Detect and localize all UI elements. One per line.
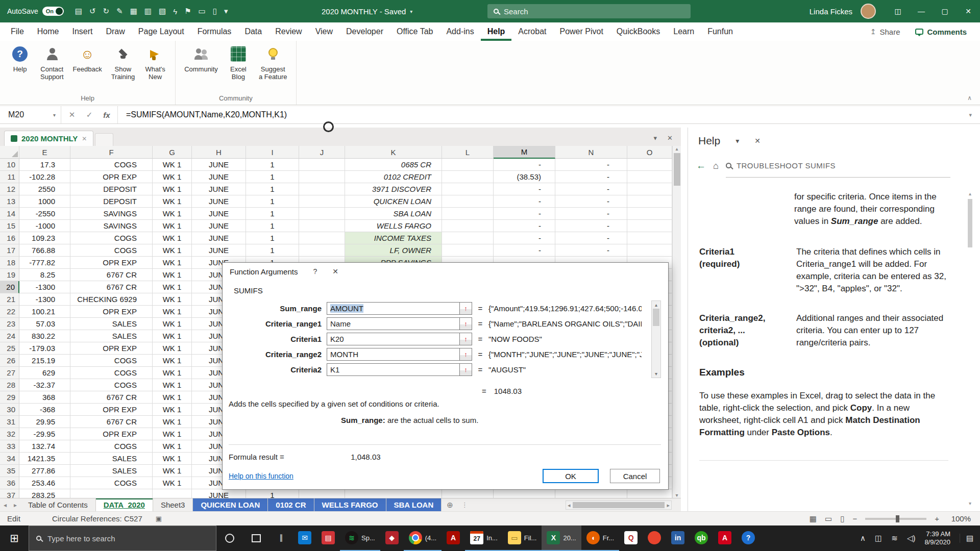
scrollbar-thumb[interactable] <box>653 309 659 326</box>
select-all-corner[interactable] <box>0 146 19 159</box>
row-header[interactable]: 28 <box>0 379 19 391</box>
taskbar-app[interactable]: in <box>666 525 690 551</box>
document-title[interactable]: 2020 MONTHLY - Saved ▾ <box>322 0 412 22</box>
normal-view-icon[interactable]: ▦ <box>810 514 817 523</box>
row-header[interactable]: 30 <box>0 404 19 416</box>
cell[interactable]: - <box>555 232 627 244</box>
cell[interactable]: - <box>555 159 627 171</box>
column-header[interactable]: G <box>153 146 192 159</box>
cell[interactable] <box>345 489 442 498</box>
cell[interactable]: 283.25 <box>19 489 70 498</box>
cell[interactable]: SBA LOAN <box>345 208 442 220</box>
cell[interactable]: 109.23 <box>19 232 70 244</box>
cell[interactable]: WK 1 <box>153 183 192 195</box>
cell[interactable]: 1 <box>246 195 299 208</box>
cell[interactable]: OPR EXP <box>70 428 153 440</box>
cell[interactable]: 6767 CR <box>70 416 153 428</box>
cell[interactable] <box>627 195 672 208</box>
sheet-tab[interactable]: WELLS FARGO <box>314 498 386 511</box>
cell[interactable]: WK 1 <box>153 318 192 330</box>
row-header[interactable]: 19 <box>0 269 19 281</box>
cell[interactable]: 1000 <box>19 195 70 208</box>
ribbon-tab[interactable]: QuickBooks <box>610 22 667 41</box>
cell[interactable]: WK 1 <box>153 428 192 440</box>
taskbar-search[interactable]: Type here to search <box>29 525 216 551</box>
cell[interactable]: WK 1 <box>153 416 192 428</box>
row-header[interactable]: 25 <box>0 342 19 355</box>
row-header[interactable]: 31 <box>0 416 19 428</box>
row-header[interactable]: 33 <box>0 440 19 453</box>
argument-input[interactable]: Name <box>327 317 460 330</box>
cell[interactable] <box>627 232 672 244</box>
ribbon-tab[interactable]: Power Pivot <box>553 22 609 41</box>
row-header[interactable]: 13 <box>0 195 19 208</box>
cell[interactable]: 6767 CR <box>70 269 153 281</box>
cell[interactable] <box>299 208 345 220</box>
row-header[interactable]: 23 <box>0 318 19 330</box>
row-header[interactable]: 18 <box>0 257 19 269</box>
autosave-toggle[interactable]: AutoSave On <box>0 7 64 16</box>
ribbon-button[interactable]: Community <box>180 42 223 74</box>
new-sheet-button[interactable]: ⊕ <box>447 500 453 510</box>
name-box[interactable]: M20 ▾ <box>0 106 61 123</box>
cell[interactable]: WK 1 <box>153 208 192 220</box>
cell[interactable] <box>299 195 345 208</box>
cell[interactable]: -32.37 <box>19 379 70 391</box>
scroll-up-icon[interactable]: ▴ <box>675 146 678 152</box>
help-scrollbar[interactable]: ▴ ▾ <box>966 191 974 506</box>
cell[interactable]: 29.95 <box>19 416 70 428</box>
dialog-scrollbar[interactable]: ▴ ▾ <box>651 300 661 378</box>
cell[interactable] <box>299 244 345 257</box>
close-button[interactable]: ✕ <box>957 0 980 22</box>
cell[interactable]: WK 1 <box>153 440 192 453</box>
cell[interactable]: JUNE <box>192 183 246 195</box>
cell[interactable] <box>627 159 672 171</box>
sheet-tab[interactable]: 0102 CR <box>268 498 314 511</box>
status-message[interactable]: Circular References: C527 <box>52 514 142 523</box>
enter-icon[interactable]: ✓ <box>81 110 98 119</box>
sheet-tab[interactable]: DATA_2020 <box>96 498 153 511</box>
scrollbar-thumb[interactable] <box>968 199 972 247</box>
cell[interactable]: JUNE <box>192 195 246 208</box>
cell[interactable]: 766.88 <box>19 244 70 257</box>
collapse-ribbon-icon[interactable]: ∧ <box>967 94 972 102</box>
cell[interactable]: OPR EXP <box>70 342 153 355</box>
row-header[interactable]: 15 <box>0 220 19 232</box>
sheet-tab[interactable]: SBA LOAN <box>386 498 442 511</box>
scroll-up-icon[interactable]: ▴ <box>969 191 971 196</box>
cell[interactable]: 57.03 <box>19 318 70 330</box>
cell[interactable] <box>442 183 494 195</box>
ribbon-tab[interactable]: Help <box>481 22 512 41</box>
ribbon-tab[interactable]: Home <box>31 22 66 41</box>
cell[interactable]: WK 1 <box>153 232 192 244</box>
ribbon-tab[interactable]: View <box>309 22 339 41</box>
row-header[interactable]: 35 <box>0 465 19 477</box>
office-tab-close-icon[interactable]: ✕ <box>667 134 673 142</box>
cell[interactable]: JUNE <box>192 159 246 171</box>
redo-icon[interactable]: ↻ <box>103 7 109 16</box>
cell[interactable]: 368 <box>19 391 70 404</box>
table-icon[interactable]: ▦ <box>130 7 137 16</box>
cell[interactable]: JUNE <box>192 244 246 257</box>
ribbon-button[interactable]: Suggest a Feature <box>254 42 292 82</box>
restore-button[interactable]: ▢ <box>933 0 957 22</box>
sheet-tab[interactable]: Table of Contents <box>20 498 96 511</box>
quick-analysis-icon[interactable]: ϟ <box>173 7 177 16</box>
formula-input[interactable]: =SUMIFS(AMOUNT,Name,K20,MONTH,K1) <box>118 110 287 119</box>
cell[interactable]: 132.74 <box>19 440 70 453</box>
cell[interactable]: JUNE <box>192 489 246 498</box>
row-header[interactable]: 34 <box>0 453 19 465</box>
cell[interactable]: 100.21 <box>19 306 70 318</box>
cell[interactable]: WK 1 <box>153 269 192 281</box>
row-header[interactable]: 10 <box>0 159 19 171</box>
task-view-button[interactable] <box>243 525 270 551</box>
argument-input[interactable]: AMOUNT <box>327 302 460 315</box>
macro-record-icon[interactable]: ▣ <box>156 515 162 522</box>
vertical-scrollbar[interactable]: ▴ ▾ <box>672 146 681 498</box>
cell[interactable]: -179.03 <box>19 342 70 355</box>
cell[interactable]: - <box>494 220 555 232</box>
taskbar-app[interactable]: ▤ <box>316 525 340 551</box>
cell[interactable]: JUNE <box>192 220 246 232</box>
cell[interactable]: - <box>494 195 555 208</box>
ribbon-button[interactable]: Help <box>4 42 36 74</box>
